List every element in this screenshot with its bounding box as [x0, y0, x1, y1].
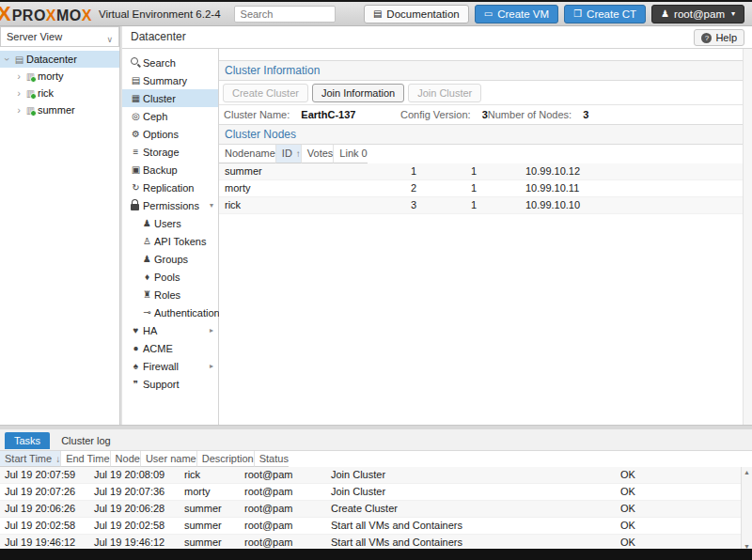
help-button[interactable]: Help: [694, 29, 744, 46]
view-selector[interactable]: Server View: [0, 26, 119, 47]
field-label: Number of Nodes:: [488, 109, 572, 120]
table-row[interactable]: rick 3 1 10.99.10.10: [219, 197, 752, 214]
column-header[interactable]: User name: [141, 451, 197, 467]
panel-title: Datacenter: [131, 30, 186, 43]
nav-item[interactable]: ▦ Cluster: [122, 89, 218, 107]
nav-item[interactable]: ♟ Users: [122, 214, 218, 232]
nav-item[interactable]: ▤ Summary: [122, 71, 218, 89]
nav-item[interactable]: ● ACME: [122, 339, 218, 357]
resource-tree-panel: Server View ▤ Datacenter morty: [0, 26, 120, 425]
content-scrollbar[interactable]: [743, 49, 752, 425]
version-subtitle: Virtual Environment 6.2-4: [99, 8, 221, 20]
cluster-nodes-table: Nodename ID↑ Votes: [219, 145, 752, 214]
column-header[interactable]: Node: [111, 451, 141, 467]
top-header: X PROXMOX Virtual Environment 6.2-4 ▤ Do…: [0, 0, 752, 26]
nav-item[interactable]: ♠ Firewall ▸: [122, 357, 218, 375]
panel-titlebar: Datacenter Help: [122, 26, 752, 49]
bottom-bar: [0, 549, 752, 560]
table-row[interactable]: Jul 19 20:07:26 Jul 19 20:07:36 morty ro…: [0, 484, 752, 501]
column-header[interactable]: Link 0: [334, 145, 367, 163]
sort-arrow-icon: ↑: [296, 148, 301, 159]
nodes-table-body: summer 1 1 10.99.10.12 morty 2 1: [219, 163, 752, 214]
tab[interactable]: Tasks: [5, 432, 50, 449]
support-icon: ❞: [129, 378, 143, 390]
tree-item[interactable]: rick: [0, 85, 119, 101]
toolbar-button[interactable]: Create Cluster: [223, 84, 308, 102]
tree-item[interactable]: summer: [0, 101, 119, 118]
column-header[interactable]: Status: [255, 451, 289, 467]
user-icon: ♟: [661, 9, 669, 19]
documentation-button[interactable]: ▤ Documentation: [364, 5, 469, 23]
nav-item[interactable]: ♜ Roles: [122, 286, 218, 303]
field-label: Cluster Name:: [224, 109, 290, 120]
tasks-panel: Tasks Cluster log Start Time↓ End Time N…: [0, 425, 752, 549]
nav-item[interactable]: ♙ API Tokens: [122, 232, 218, 250]
nav-item[interactable]: ↻ Replication: [122, 179, 218, 196]
nav-item[interactable]: ♦ Pools: [122, 268, 218, 286]
api-tokens-icon: ♙: [140, 235, 154, 247]
proxmox-logo-x-icon: X: [0, 2, 11, 26]
container-icon: ❒: [573, 9, 582, 19]
nav-item[interactable]: Search: [122, 54, 218, 71]
column-header[interactable]: Start Time↓: [0, 451, 61, 467]
field-value: 3: [583, 109, 588, 120]
backup-icon: ▣: [129, 163, 143, 176]
sort-arrow-icon: ↓: [55, 454, 60, 464]
nav-item[interactable]: ❞ Support: [122, 375, 218, 393]
proxmox-logo-text: PROXMOX: [12, 8, 92, 24]
table-row[interactable]: Jul 19 20:06:26 Jul 19 20:06:28 summer r…: [0, 501, 752, 518]
authentication-icon: ⊸: [140, 306, 154, 319]
toolbar-button[interactable]: Join Information: [312, 84, 404, 102]
nav-item[interactable]: ♟ Groups: [122, 250, 218, 268]
tasks-scrollbar[interactable]: [741, 467, 752, 552]
expander-icon[interactable]: [3, 54, 12, 64]
column-header[interactable]: ID↑: [276, 145, 302, 163]
node-icon: [24, 70, 38, 83]
tasks-table-body: Jul 19 20:07:59 Jul 19 20:08:09 rick roo…: [0, 467, 752, 552]
center-body: Search ▤ Summary ▦ Cluster: [122, 49, 752, 425]
cluster-icon: ▦: [129, 92, 143, 104]
tab[interactable]: Cluster log: [52, 432, 120, 449]
column-header[interactable]: Description: [197, 451, 255, 467]
nav-item[interactable]: ▣ Backup: [122, 161, 218, 179]
storage-icon: ≡: [129, 146, 143, 158]
create-vm-button[interactable]: ▭ Create VM: [475, 5, 558, 23]
nav-item[interactable]: ♥ HA ▸: [122, 321, 218, 339]
proxmox-app: X PROXMOX Virtual Environment 6.2-4 ▤ Do…: [0, 0, 752, 560]
tasks-table-header: Start Time↓ End Time Node User name: [0, 451, 752, 467]
table-row[interactable]: Jul 19 20:02:58 Jul 19 20:02:58 summer r…: [0, 518, 752, 535]
create-ct-button[interactable]: ❒ Create CT: [564, 5, 646, 23]
expander-icon[interactable]: [14, 105, 24, 115]
table-row[interactable]: Jul 19 20:07:59 Jul 19 20:08:09 rick roo…: [0, 467, 752, 484]
nav-item[interactable]: ≡ Storage: [122, 143, 218, 161]
nav-item[interactable]: ⊸ Authentication: [122, 303, 218, 321]
node-icon: [24, 87, 38, 100]
chevron-down-icon: ▾: [731, 9, 735, 18]
column-header[interactable]: Nodename: [219, 145, 276, 163]
user-menu-button[interactable]: ♟ root@pam ▾: [651, 5, 744, 23]
tree-item[interactable]: morty: [0, 68, 119, 85]
monitor-icon: ▭: [484, 9, 493, 19]
nav-item[interactable]: Permissions ▾: [122, 196, 218, 214]
expander-icon[interactable]: [14, 88, 24, 98]
toolbar-button[interactable]: Join Cluster: [408, 84, 481, 102]
expander-icon[interactable]: [14, 71, 24, 81]
scroll-up-icon[interactable]: [742, 469, 752, 475]
nav-item[interactable]: ◎ Ceph: [122, 107, 218, 125]
question-icon: [701, 33, 712, 43]
column-header[interactable]: End Time: [61, 451, 110, 467]
table-row[interactable]: morty 2 1 10.99.10.11: [219, 180, 752, 197]
node-icon: [24, 104, 38, 117]
header-actions: ▤ Documentation ▭ Create VM ❒ Create CT …: [364, 5, 744, 23]
firewall-icon: ♠: [129, 360, 143, 372]
datacenter-nav: Search ▤ Summary ▦ Cluster: [122, 49, 219, 425]
nodes-table-header: Nodename ID↑ Votes: [219, 145, 752, 163]
search-input[interactable]: [234, 6, 336, 23]
column-header[interactable]: Votes: [302, 145, 335, 163]
table-row[interactable]: summer 1 1 10.99.10.12: [219, 163, 752, 180]
resource-tree: ▤ Datacenter morty rick: [0, 47, 119, 118]
nav-item[interactable]: ⚙ Options: [122, 125, 218, 143]
pools-icon: ♦: [140, 271, 154, 283]
cluster-info-fields: Cluster Name: EarthC-137 Config Version:…: [219, 105, 752, 124]
tree-item[interactable]: ▤ Datacenter: [0, 51, 119, 68]
